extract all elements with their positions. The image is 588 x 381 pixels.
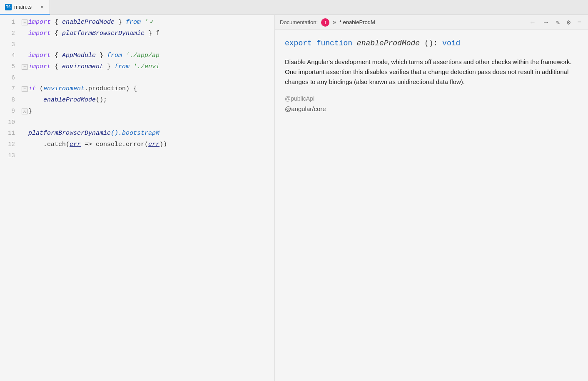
line-number-13: 13 — [0, 150, 20, 161]
code-line-2: 2 import { platformBrowserDynamic } f — [0, 28, 274, 39]
tab-main-ts[interactable]: TS main.ts × — [0, 0, 50, 15]
line-content-2: import { platformBrowserDynamic } f — [20, 28, 159, 39]
keyword-import-1: import — [28, 17, 51, 28]
sig-returntype: void — [442, 39, 460, 47]
code-line-1: 1 − import { enableProdMode } from ' ✓ — [0, 17, 274, 28]
keyword-import-4: import — [28, 50, 51, 61]
doc-avatar: f — [321, 18, 329, 27]
code-area[interactable]: 1 − import { enableProdMode } from ' ✓ 2 — [0, 15, 274, 381]
doc-label: Documentation: — [280, 19, 318, 25]
line-content-8: enableProdMode (); — [20, 95, 107, 106]
nav-back-button[interactable]: ← — [528, 18, 538, 27]
nav-forward-button[interactable]: → — [541, 18, 551, 27]
code-line-12: 12 .catch( err => console.error( err )) — [0, 139, 274, 150]
identifier-platform-call: platformBrowserDynamic — [28, 128, 111, 139]
keyword-import-2: import — [28, 28, 51, 39]
code-line-7: 7 − if ( environment .production ) { — [0, 83, 274, 94]
line-number-3: 3 — [0, 39, 20, 50]
code-line-11: 11 platformBrowserDynamic ().bootstrapM — [0, 128, 274, 139]
line-content-9: △ } — [20, 106, 32, 117]
doc-header: Documentation: f ⎋ * enableProdM ← → ✎ ⚙… — [275, 15, 588, 30]
typescript-icon: TS — [5, 4, 12, 10]
line-number-12: 12 — [0, 139, 20, 150]
code-line-5: 5 − import { environment } from './envi — [0, 61, 274, 72]
line-number-6: 6 — [0, 72, 20, 83]
string-1: ' — [141, 17, 148, 28]
doc-signature: export function enableProdMode (): void — [285, 38, 578, 49]
line-number-10: 10 — [0, 117, 20, 128]
code-line-10: 10 — [0, 117, 274, 128]
line-number-1: 1 — [0, 17, 20, 27]
fold-icon-9[interactable]: △ — [22, 109, 27, 114]
main-content: 1 − import { enableProdMode } from ' ✓ 2 — [0, 15, 588, 381]
line-number-9: 9 — [0, 106, 20, 116]
line-content-4: import { AppModule } from './app/ap — [20, 50, 159, 61]
editor-panel: 1 − import { enableProdMode } from ' ✓ 2 — [0, 15, 275, 381]
doc-package: @angular/core — [285, 105, 578, 112]
fold-icon-7[interactable]: − — [22, 86, 27, 92]
doc-content: export function enableProdMode (): void … — [275, 30, 588, 381]
keyword-from-5: from — [115, 62, 130, 72]
code-line-6: 6 — [0, 72, 274, 83]
line-number-8: 8 — [0, 94, 20, 105]
identifier-err-1: err — [70, 139, 81, 150]
fold-icon-5[interactable]: − — [22, 64, 27, 70]
identifier-enableprodmode-call: enableProdMode — [28, 95, 96, 106]
identifier-env-prod: environment — [43, 84, 85, 94]
keyword-from-1: from — [126, 17, 141, 28]
code-line-8: 8 enableProdMode (); — [0, 94, 274, 106]
doc-description: Disable Angular's development mode, whic… — [285, 57, 578, 87]
tab-bar: TS main.ts × — [0, 0, 588, 15]
line-content-12: .catch( err => console.error( err )) — [20, 139, 167, 150]
keyword-from-4: from — [107, 50, 122, 61]
line-number-5: 5 — [0, 61, 20, 72]
identifier-enableprodmode: enableProdMode — [62, 17, 115, 28]
code-line-4: 4 import { AppModule } from './app/ap — [0, 50, 274, 61]
line-content-5: − import { environment } from './envi — [20, 62, 159, 72]
sig-export: export — [285, 39, 316, 47]
string-5: './envi — [130, 62, 159, 72]
identifier-environment: environment — [62, 62, 103, 72]
identifier-platform: platformBrowserDynamic — [62, 28, 145, 39]
sig-funcname: enableProdMode — [357, 39, 420, 47]
doc-public-api-tag: @publicApi — [285, 95, 578, 102]
tab-filename: main.ts — [14, 4, 32, 10]
external-link-icon[interactable]: ⎋ — [333, 19, 336, 26]
line-number-4: 4 — [0, 50, 20, 61]
settings-icon[interactable]: ⚙ — [565, 17, 573, 27]
line-content-1: − import { enableProdMode } from ' ✓ — [20, 17, 154, 28]
line-number-7: 7 — [0, 83, 20, 94]
code-line-3: 3 — [0, 39, 274, 50]
line-number-2: 2 — [0, 28, 20, 39]
line-content-11: platformBrowserDynamic ().bootstrapM — [20, 128, 159, 139]
identifier-bootstrap: ().bootstrapM — [111, 128, 159, 139]
tab-close-button[interactable]: × — [40, 4, 45, 10]
doc-title: * enableProdM — [339, 19, 375, 25]
string-4: './app/ap — [122, 50, 159, 61]
keyword-import-5: import — [28, 62, 51, 72]
sig-function: function — [316, 39, 357, 47]
code-line-9: 9 △ } — [0, 106, 274, 117]
check-icon-1: ✓ — [150, 17, 154, 27]
edit-icon[interactable]: ✎ — [554, 17, 562, 27]
identifier-appmodule: AppModule — [62, 50, 96, 61]
keyword-if: if — [28, 84, 36, 94]
line-number-11: 11 — [0, 128, 20, 139]
doc-panel: Documentation: f ⎋ * enableProdM ← → ✎ ⚙… — [275, 15, 588, 381]
line-content-7: − if ( environment .production ) { — [20, 84, 137, 94]
collapse-icon[interactable]: − — [576, 18, 583, 27]
identifier-err-2: err — [148, 139, 159, 150]
code-line-13: 13 — [0, 150, 274, 161]
fold-icon-1[interactable]: − — [22, 20, 27, 25]
